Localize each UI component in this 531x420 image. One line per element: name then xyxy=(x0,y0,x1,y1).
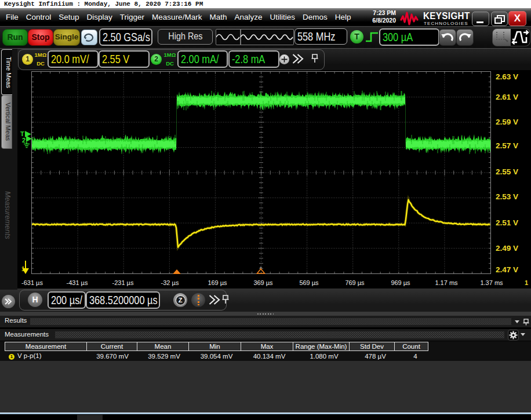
svg-text:2: 2 xyxy=(22,137,26,144)
